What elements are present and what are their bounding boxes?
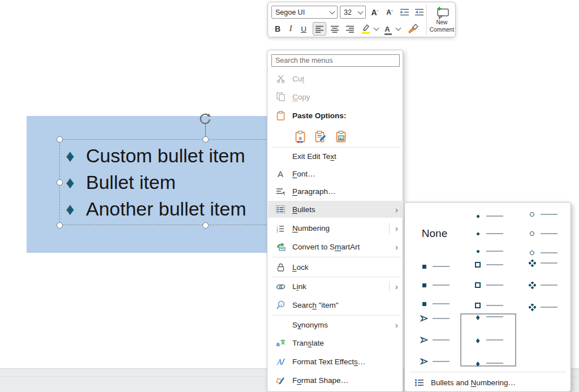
align-left-button[interactable]: [313, 22, 326, 36]
filled-square-bullet-icon: [422, 283, 426, 287]
arrow-bullet-icon: [420, 315, 428, 322]
hollow-round-bullet-icon: [530, 231, 534, 236]
align-center-button[interactable]: [328, 22, 342, 36]
bullet-option-hollow-round[interactable]: [516, 208, 569, 260]
svg-text:a: a: [299, 135, 301, 141]
increase-indent-button[interactable]: [413, 6, 426, 19]
text-highlight-color-button[interactable]: [360, 22, 371, 36]
svg-text:i: i: [280, 302, 282, 307]
hollow-square-bullet-icon: [475, 282, 481, 288]
new-comment-button[interactable]: New Comment: [429, 3, 455, 37]
menu-item-paragraph[interactable]: ¶ Paragraph…: [268, 183, 403, 200]
font-color-button[interactable]: A: [382, 22, 393, 36]
chevron-down-icon: [373, 25, 379, 31]
align-right-button[interactable]: [343, 22, 357, 36]
underline-icon: U: [301, 25, 306, 33]
menu-item-link[interactable]: Link: [268, 278, 403, 295]
menu-item-copy[interactable]: Copy: [268, 88, 403, 106]
rotation-handle[interactable]: [198, 111, 213, 126]
menu-item-bullets-and-numbering[interactable]: Bullets and Numbering…: [405, 374, 571, 391]
arrow-bullet-icon: [420, 358, 428, 365]
bullet-option-hollow-square[interactable]: [460, 260, 516, 311]
highlight-dropdown-button[interactable]: [372, 22, 379, 36]
bullet-option-filled-round[interactable]: [460, 208, 516, 260]
search-the-menus-input[interactable]: [271, 54, 400, 67]
bullet-option-filled-square[interactable]: [409, 260, 460, 311]
text-effects-icon: A: [274, 357, 287, 366]
menu-item-convert-to-smartart[interactable]: Convert to SmartArt: [268, 238, 403, 256]
submenu-arrow-icon: [395, 282, 398, 291]
italic-icon: I: [290, 24, 292, 33]
font-name-value: Segoe UI: [275, 8, 329, 16]
menu-item-translate[interactable]: a Translate: [268, 334, 403, 352]
menu-item-font[interactable]: A Font…: [268, 165, 403, 183]
bullet-option-arrow[interactable]: [409, 313, 460, 367]
filled-round-bullet-icon: [477, 215, 479, 218]
bullet-option-star-diamonds[interactable]: [516, 260, 569, 311]
italic-button[interactable]: I: [286, 23, 295, 35]
svg-text:3: 3: [276, 230, 278, 232]
four-diamond-bullet-icon: [529, 304, 536, 311]
submenu-arrow-icon: [395, 243, 398, 251]
menu-item-format-text-effects[interactable]: A Format Text Effects…: [268, 352, 403, 371]
bold-button[interactable]: B: [273, 23, 283, 35]
menu-item-lock[interactable]: Lock: [268, 258, 403, 276]
resize-handle-bottom-left[interactable]: [57, 222, 63, 229]
shrink-font-icon: A: [386, 8, 391, 16]
menu-item-synonyms[interactable]: Synonyms: [268, 316, 403, 334]
format-painter-icon: [407, 24, 418, 34]
svg-text:¶: ¶: [283, 191, 285, 196]
bold-icon: B: [275, 24, 280, 33]
grow-font-button[interactable]: Aˆ: [369, 6, 381, 19]
submenu-arrow-icon: [395, 224, 398, 232]
link-icon: [274, 283, 287, 290]
increase-indent-icon: [414, 8, 424, 16]
shrink-font-button[interactable]: Aˇ: [383, 6, 396, 19]
new-comment-label-line1: New: [436, 19, 447, 27]
copy-icon: [274, 92, 287, 101]
four-diamond-bullet-icon: [529, 282, 536, 289]
font-color-icon: A: [384, 25, 390, 33]
menu-item-search-item[interactable]: i Search "item": [268, 296, 403, 314]
paste-options-row: a: [268, 130, 348, 144]
translate-icon: a: [274, 339, 287, 347]
menu-separator: [272, 257, 401, 257]
resize-handle-middle-left[interactable]: [57, 179, 63, 186]
menu-item-bullets[interactable]: Bullets: [268, 201, 403, 218]
filled-round-bullet-icon: [477, 250, 479, 253]
font-color-dropdown-button[interactable]: [394, 22, 401, 36]
paste-destination-theme-button[interactable]: a: [293, 130, 307, 144]
font-name-combobox[interactable]: Segoe UI: [271, 6, 338, 19]
format-painter-button[interactable]: [405, 22, 420, 36]
paragraph-icon: ¶: [274, 188, 287, 196]
font-size-value: 32: [344, 8, 357, 16]
comment-plus-icon: [435, 7, 450, 19]
resize-handle-bottom-center[interactable]: [202, 222, 209, 229]
resize-handle-top-left[interactable]: [57, 136, 63, 143]
submenu-separator: [409, 372, 566, 372]
bullets-submenu: None: [404, 202, 571, 392]
paste-keep-source-formatting-button[interactable]: [314, 130, 327, 144]
bulleted-list-icon: [274, 205, 287, 213]
font-size-combobox[interactable]: 32: [340, 6, 366, 19]
split-divider: [389, 281, 390, 292]
menu-separator: [272, 277, 401, 277]
resize-handle-top-center[interactable]: [202, 136, 209, 143]
numbered-list-icon: 1 2 3: [274, 225, 287, 232]
filled-round-bullet-icon: [477, 232, 479, 235]
decrease-indent-button[interactable]: [398, 6, 411, 19]
bullet-option-none[interactable]: None: [409, 208, 460, 260]
paste-as-picture-button[interactable]: [334, 130, 348, 144]
decrease-indent-icon: [400, 8, 409, 16]
underline-button[interactable]: U: [299, 23, 309, 35]
hollow-square-bullet-icon: [475, 303, 481, 308]
grow-font-icon: A: [371, 8, 377, 17]
bullet-option-empty-slot: [516, 313, 569, 367]
menu-item-exit-edit-text[interactable]: Exit Edit Text: [268, 148, 403, 165]
clipboard-icon: [274, 111, 287, 120]
bullet-option-diamond-selected[interactable]: ♦ ♦ ♦: [460, 313, 516, 367]
hollow-round-bullet-icon: [530, 212, 534, 217]
menu-item-cut[interactable]: Cut: [268, 70, 403, 88]
menu-item-format-shape[interactable]: Format Shape…: [268, 371, 403, 389]
menu-item-numbering[interactable]: 1 2 3 Numbering: [268, 219, 403, 237]
